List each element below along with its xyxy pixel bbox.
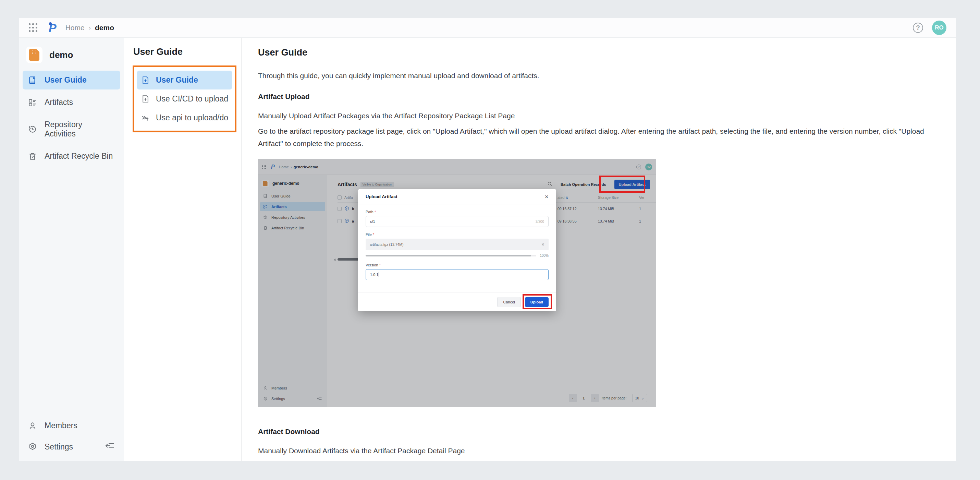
sidebar-item-artifact-recycle-bin[interactable]: Artifact Recycle Bin xyxy=(22,147,120,166)
body-row: demo User Guide Artifacts Repository Act… xyxy=(19,38,956,461)
secondary-panel-title: User Guide xyxy=(124,46,241,65)
char-counter: 3/300 xyxy=(536,220,544,223)
sidebar-item-label: Artifacts xyxy=(45,98,73,107)
sidebar-bottom-nav: Members Settings xyxy=(19,416,124,456)
upload-artifact-dialog: Upload Artifact ✕ Path* c/1 3/300 File* xyxy=(358,189,556,311)
secondary-panel: User Guide User Guide Use CI/CD to uploa… xyxy=(124,38,242,461)
intro-paragraph: Through this guide, you can quickly impl… xyxy=(258,70,940,82)
sidebar-item-members[interactable]: Members xyxy=(22,416,120,435)
subnav-item-label: User Guide xyxy=(156,75,198,85)
text-cursor xyxy=(379,272,379,277)
dialog-title: Upload Artifact xyxy=(366,194,398,199)
subnav-item-label: Use CI/CD to upload/c xyxy=(156,94,228,104)
main-content: User Guide Through this guide, you can q… xyxy=(242,38,956,461)
remove-file-icon: ✕ xyxy=(541,242,544,247)
user-avatar[interactable]: RO xyxy=(932,21,947,35)
sidebar-item-user-guide[interactable]: User Guide xyxy=(22,71,120,89)
subnav-item-cicd-guide[interactable]: Use CI/CD to upload/c xyxy=(137,89,232,108)
doc-upload-icon xyxy=(141,76,150,85)
required-asterisk: * xyxy=(373,233,374,236)
close-icon: ✕ xyxy=(544,194,549,199)
cancel-button: Cancel xyxy=(497,297,520,307)
sidebar-item-settings[interactable]: Settings xyxy=(22,437,120,456)
sidebar-item-label: Settings xyxy=(45,442,73,451)
project-name: demo xyxy=(49,50,73,61)
subnav-item-user-guide[interactable]: User Guide xyxy=(137,71,232,89)
path-input: c/1 3/300 xyxy=(366,216,549,227)
version-label: Version* xyxy=(366,263,549,267)
file-label: File* xyxy=(366,233,549,236)
page-title: User Guide xyxy=(258,47,940,58)
progress-percent: 100% xyxy=(540,254,549,257)
sidebar-item-label: Repository Activities xyxy=(45,120,115,139)
artifact-list-icon xyxy=(28,98,37,107)
brand-logo-icon[interactable]: P xyxy=(49,22,57,33)
upload-progress: 100% xyxy=(366,254,549,257)
breadcrumb: Home › demo xyxy=(65,24,114,32)
sidebar-item-artifacts[interactable]: Artifacts xyxy=(22,93,120,112)
top-bar: P Home › demo ? RO xyxy=(19,18,956,38)
embedded-screenshot: P Home › generic-demo ? RO generic-demo xyxy=(258,159,656,407)
sidebar-item-repository-activities[interactable]: Repository Activities xyxy=(22,115,120,143)
artifact-upload-heading: Artifact Upload xyxy=(258,92,940,101)
download-subheading: Manually Download Artifacts via the Arti… xyxy=(258,445,940,458)
path-label: Path* xyxy=(366,210,549,214)
person-icon xyxy=(28,421,37,430)
sidebar-item-label: Members xyxy=(45,421,78,430)
history-icon xyxy=(28,125,37,134)
project-icon xyxy=(26,46,43,63)
app-launcher-icon[interactable] xyxy=(29,23,38,32)
sidebar-nav: User Guide Artifacts Repository Activiti… xyxy=(19,71,124,166)
breadcrumb-current: demo xyxy=(95,24,114,32)
chevron-right-icon: › xyxy=(89,24,91,32)
trash-check-icon xyxy=(28,152,37,161)
upload-button: Upload xyxy=(525,297,549,307)
annotation-orange-box: User Guide Use CI/CD to upload/c Use api… xyxy=(133,65,236,132)
api-upload-icon xyxy=(141,113,150,122)
version-input: 1.0.1 xyxy=(366,269,549,280)
project-header[interactable]: demo xyxy=(19,44,124,71)
artifact-download-heading: Artifact Download xyxy=(258,427,940,436)
selected-file-chip: artifacts.tgz (13.74M) ✕ xyxy=(366,239,549,250)
collapse-sidebar-icon[interactable] xyxy=(105,442,115,451)
subnav-item-api-guide[interactable]: Use api to upload/dov xyxy=(137,108,232,127)
help-icon[interactable]: ? xyxy=(913,22,923,33)
required-asterisk: * xyxy=(379,263,381,267)
sidebar-item-label: User Guide xyxy=(45,75,87,85)
gear-icon xyxy=(28,442,37,451)
required-asterisk: * xyxy=(374,210,376,214)
breadcrumb-home[interactable]: Home xyxy=(65,24,84,32)
app-window: P Home › demo ? RO demo User Guide xyxy=(19,18,956,461)
doc-upload-icon xyxy=(141,95,150,103)
sidebar: demo User Guide Artifacts Repository Act… xyxy=(19,38,124,461)
upload-subheading: Manually Upload Artifact Packages via th… xyxy=(258,110,940,123)
progress-bar xyxy=(366,255,536,257)
book-icon xyxy=(28,76,37,85)
upload-description: Go to the artifact repository package li… xyxy=(258,125,940,150)
sidebar-item-label: Artifact Recycle Bin xyxy=(45,151,113,161)
subnav-item-label: Use api to upload/dov xyxy=(156,113,228,123)
topbar-right: ? RO xyxy=(913,21,947,35)
